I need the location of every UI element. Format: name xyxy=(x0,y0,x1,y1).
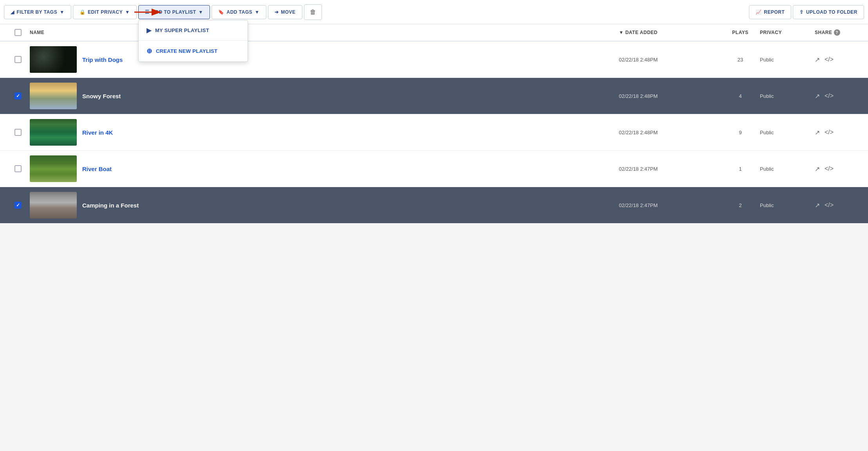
row-checkbox[interactable] xyxy=(14,56,22,63)
chevron-down-icon: ▼ xyxy=(255,9,259,15)
embed-icon[interactable]: </> xyxy=(825,56,834,63)
privacy-column-header: PRIVACY xyxy=(760,30,815,35)
plays-cell: 1 xyxy=(721,166,760,172)
video-thumbnail[interactable] xyxy=(30,155,77,182)
share-column-header: SHARE ? xyxy=(815,29,862,36)
row-checkbox-cell xyxy=(6,56,30,63)
video-thumbnail[interactable] xyxy=(30,192,77,218)
video-thumbnail[interactable] xyxy=(30,83,77,109)
add-tags-button[interactable]: 🔖 ADD TAGS ▼ xyxy=(212,5,266,19)
row-checkbox-cell xyxy=(6,92,30,99)
plays-cell: 9 xyxy=(721,130,760,135)
chevron-down-icon: ▼ xyxy=(199,9,203,15)
tag-icon: 🔖 xyxy=(218,9,224,15)
share-cell: ↗ </> xyxy=(815,202,862,209)
date-column-header[interactable]: ▼ DATE ADDED xyxy=(619,30,721,35)
add-to-playlist-wrapper: ☰ ADD TO PLAYLIST ▼ ▶ MY SUPER PLAYLIST xyxy=(138,5,210,19)
create-new-playlist-item[interactable]: ⊕ CREATE NEW PLAYLIST xyxy=(139,41,248,61)
privacy-cell: Public xyxy=(760,130,815,135)
name-column-header: NAME xyxy=(30,30,619,35)
video-table: NAME ▼ DATE ADDED PLAYS PRIVACY SHARE ? … xyxy=(0,24,868,224)
playlist-item-icon: ▶ xyxy=(146,27,151,34)
share-external-icon[interactable]: ↗ xyxy=(815,56,820,63)
privacy-cell: Public xyxy=(760,57,815,63)
share-info-icon: ? xyxy=(834,29,840,36)
name-cell: Trip with Dogs xyxy=(30,46,619,73)
plays-cell: 2 xyxy=(721,202,760,208)
share-cell: ↗ </> xyxy=(815,92,862,100)
row-checkbox-cell xyxy=(6,202,30,209)
trash-icon: 🗑 xyxy=(310,9,316,16)
name-cell: River Boat xyxy=(30,155,619,182)
date-cell: 02/22/18 2:48PM xyxy=(619,93,721,99)
table-row: Snowy Forest 02/22/18 2:48PM 4 Public ↗ … xyxy=(0,78,868,114)
filter-by-tags-button[interactable]: ◢ FILTER BY TAGS ▼ xyxy=(4,5,71,19)
embed-icon[interactable]: </> xyxy=(825,165,834,172)
date-cell: 02/22/18 2:48PM xyxy=(619,130,721,135)
plays-column-header: PLAYS xyxy=(721,30,760,35)
plus-circle-icon: ⊕ xyxy=(146,47,152,55)
name-cell: Snowy Forest xyxy=(30,83,619,109)
video-title[interactable]: Camping in a Forest xyxy=(82,202,139,209)
name-cell: Camping in a Forest xyxy=(30,192,619,218)
report-icon: 📈 xyxy=(756,9,762,15)
move-icon: ➔ xyxy=(275,9,279,15)
row-checkbox[interactable] xyxy=(14,202,22,209)
embed-icon[interactable]: </> xyxy=(825,129,834,136)
plays-cell: 4 xyxy=(721,93,760,99)
table-row: River Boat 02/22/18 2:47PM 1 Public ↗ </… xyxy=(0,151,868,187)
share-external-icon[interactable]: ↗ xyxy=(815,202,820,209)
video-thumbnail[interactable] xyxy=(30,46,77,73)
row-checkbox[interactable] xyxy=(14,129,22,136)
share-external-icon[interactable]: ↗ xyxy=(815,165,820,173)
upload-to-folder-button[interactable]: ⇧ UPLOAD TO FOLDER xyxy=(793,5,864,19)
date-cell: 02/22/18 2:47PM xyxy=(619,166,721,172)
privacy-cell: Public xyxy=(760,166,815,172)
video-thumbnail[interactable] xyxy=(30,119,77,146)
lock-icon: 🔒 xyxy=(80,9,86,15)
edit-privacy-button[interactable]: 🔒 EDIT PRIVACY ▼ xyxy=(73,5,137,19)
table-header: NAME ▼ DATE ADDED PLAYS PRIVACY SHARE ? xyxy=(0,24,868,41)
share-cell: ↗ </> xyxy=(815,165,862,173)
share-cell: ↗ </> xyxy=(815,56,862,63)
video-title[interactable]: Trip with Dogs xyxy=(82,56,123,63)
upload-icon: ⇧ xyxy=(799,9,804,15)
video-title[interactable]: River in 4K xyxy=(82,129,113,136)
share-external-icon[interactable]: ↗ xyxy=(815,129,820,136)
video-rows-container: Trip with Dogs 02/22/18 2:48PM 23 Public… xyxy=(0,41,868,224)
row-checkbox[interactable] xyxy=(14,92,22,99)
table-row: Camping in a Forest 02/22/18 2:47PM 2 Pu… xyxy=(0,187,868,224)
my-super-playlist-item[interactable]: ▶ MY SUPER PLAYLIST xyxy=(139,20,248,41)
privacy-cell: Public xyxy=(760,202,815,208)
add-to-playlist-dropdown: ▶ MY SUPER PLAYLIST ⊕ CREATE NEW PLAYLIS… xyxy=(138,20,248,62)
embed-icon[interactable]: </> xyxy=(825,202,834,209)
move-button[interactable]: ➔ MOVE xyxy=(268,5,302,19)
report-button[interactable]: 📈 REPORT xyxy=(749,5,792,19)
row-checkbox-cell xyxy=(6,165,30,172)
table-row: River in 4K 02/22/18 2:48PM 9 Public ↗ <… xyxy=(0,114,868,151)
add-to-playlist-button[interactable]: ☰ ADD TO PLAYLIST ▼ xyxy=(138,5,210,19)
date-cell: 02/22/18 2:48PM xyxy=(619,57,721,63)
toolbar: ◢ FILTER BY TAGS ▼ 🔒 EDIT PRIVACY ▼ ☰ AD… xyxy=(0,0,868,24)
plays-cell: 23 xyxy=(721,57,760,63)
video-title[interactable]: River Boat xyxy=(82,166,112,172)
embed-icon[interactable]: </> xyxy=(825,92,834,99)
date-cell: 02/22/18 2:47PM xyxy=(619,202,721,208)
chevron-down-icon: ▼ xyxy=(125,9,130,15)
filter-icon: ◢ xyxy=(11,9,14,15)
delete-button[interactable]: 🗑 xyxy=(304,4,322,20)
privacy-cell: Public xyxy=(760,93,815,99)
chevron-down-icon: ▼ xyxy=(60,9,64,15)
video-title[interactable]: Snowy Forest xyxy=(82,93,121,99)
share-cell: ↗ </> xyxy=(815,129,862,136)
select-all-checkbox[interactable] xyxy=(14,29,22,36)
name-cell: River in 4K xyxy=(30,119,619,146)
share-external-icon[interactable]: ↗ xyxy=(815,92,820,100)
table-row: Trip with Dogs 02/22/18 2:48PM 23 Public… xyxy=(0,41,868,78)
row-checkbox-cell xyxy=(6,129,30,136)
playlist-icon: ☰ xyxy=(145,9,150,15)
row-checkbox[interactable] xyxy=(14,165,22,172)
